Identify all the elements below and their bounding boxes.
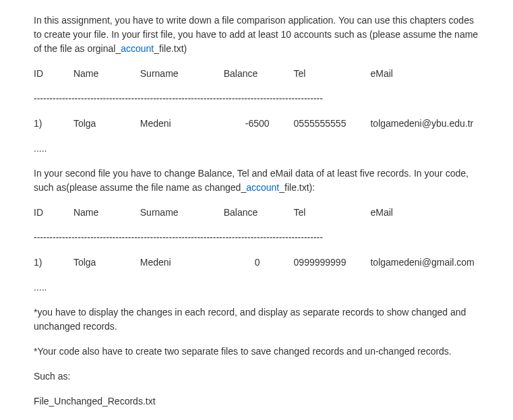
header2-surname: Surname xyxy=(140,206,221,220)
intro-paragraph: In this assignment, you have to write do… xyxy=(34,13,479,56)
intro-text-1: In this assignment, you have to write do… xyxy=(34,15,478,54)
header-surname: Surname xyxy=(140,67,221,81)
file-unchanged-name: File_Unchanged_Records.txt xyxy=(34,394,479,409)
header-id: ID xyxy=(34,67,71,81)
table-header-2: ID Name Surname Balance Tel eMail xyxy=(34,206,479,220)
header2-id: ID xyxy=(34,206,71,220)
record1-tel: 0555555555 xyxy=(294,117,368,131)
divider-1: ----------------------------------------… xyxy=(34,92,479,106)
note-1: *you have to display the changes in each… xyxy=(34,305,479,334)
record2-surname: Medeni xyxy=(140,256,221,270)
intro-text-2: _file.txt) xyxy=(154,43,187,54)
record2-email: tolgamedeni@gmail.com xyxy=(370,256,474,270)
header-tel: Tel xyxy=(294,67,368,81)
record-1-row: 1) Tolga Medeni -6500 0555555555 tolgame… xyxy=(34,117,479,131)
record1-name: Tolga xyxy=(73,117,138,131)
record2-balance: 0 xyxy=(224,256,291,270)
second-intro-paragraph: In your second file you have to change B… xyxy=(34,167,479,195)
record1-balance: -6500 xyxy=(224,117,291,131)
assignment-document: In this assignment, you have to write do… xyxy=(0,0,513,420)
header-name: Name xyxy=(73,67,138,81)
record2-name: Tolga xyxy=(73,256,138,270)
record1-surname: Medeni xyxy=(140,117,221,131)
ellipsis-2: ..... xyxy=(34,280,479,295)
ellipsis-1: ..... xyxy=(34,142,479,156)
record1-id: 1) xyxy=(34,117,71,131)
such-as-label: Such as: xyxy=(34,369,479,384)
account-link-1[interactable]: account xyxy=(121,43,154,54)
second-intro-text-2: _file.txt): xyxy=(279,182,315,193)
table-header-1: ID Name Surname Balance Tel eMail xyxy=(34,67,479,81)
record1-email: tolgamedeni@ybu.edu.tr xyxy=(370,117,473,131)
note-2: *Your code also have to create two separ… xyxy=(34,344,479,359)
header-email: eMail xyxy=(370,67,392,81)
header2-balance: Balance xyxy=(224,206,291,220)
record2-id: 1) xyxy=(34,256,71,270)
account-link-2[interactable]: account xyxy=(246,182,279,193)
divider-2: ----------------------------------------… xyxy=(34,231,479,245)
header2-tel: Tel xyxy=(294,206,368,220)
header2-email: eMail xyxy=(370,206,392,220)
header-balance: Balance xyxy=(224,67,291,81)
record2-tel: 0999999999 xyxy=(294,256,368,270)
record-2-row: 1) Tolga Medeni 0 0999999999 tolgamedeni… xyxy=(34,256,479,270)
header2-name: Name xyxy=(73,206,138,220)
